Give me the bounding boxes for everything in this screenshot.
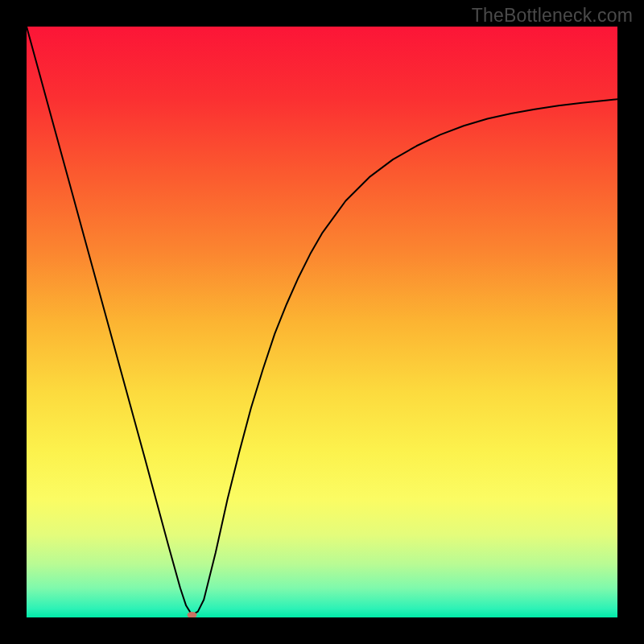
plot-area — [27, 27, 617, 617]
curve-layer — [27, 27, 617, 617]
chart-frame: TheBottleneck.com — [0, 0, 644, 644]
bottleneck-curve — [27, 27, 617, 615]
watermark-text: TheBottleneck.com — [472, 5, 633, 27]
